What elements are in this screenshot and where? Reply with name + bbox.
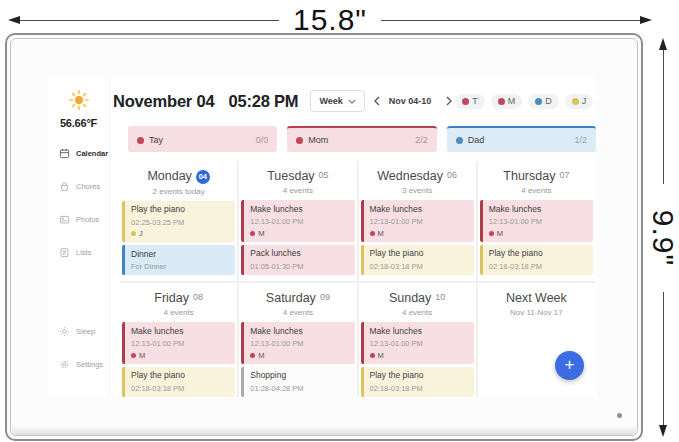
- person-dot-icon: [250, 353, 255, 358]
- day-column[interactable]: Friday084 eventsMake lunches12:13-01:00 …: [120, 283, 237, 397]
- event-title: Play the piano: [370, 248, 468, 259]
- day-events: Make lunches12:13-01:00 PMMPlay the pian…: [478, 200, 595, 281]
- event-card[interactable]: Make lunches12:13-01:00 PMM: [361, 200, 474, 242]
- person-dot-icon: [137, 137, 144, 144]
- person-chip[interactable]: M: [491, 94, 523, 109]
- event-card[interactable]: Play the piano02:18-03:18 PM: [361, 367, 474, 397]
- view-selector-label: Week: [319, 96, 342, 106]
- device-frame: 56.66°F CalendarChoresPhotosListsSleepSe…: [5, 33, 643, 441]
- day-number: 09: [320, 292, 330, 302]
- filter-name: Dad: [456, 135, 485, 145]
- add-event-button[interactable]: +: [555, 351, 584, 380]
- sun-icon: [68, 89, 90, 111]
- event-card[interactable]: Play the piano02:18-03:18 PM: [122, 367, 235, 397]
- day-subtitle: 4 events: [239, 186, 356, 195]
- day-name: Thursday07: [478, 169, 595, 183]
- event-title: Pack lunches: [250, 248, 348, 259]
- event-card[interactable]: DinnerFor Dinner: [122, 245, 235, 275]
- day-name: Saturday09: [239, 291, 356, 305]
- view-selector[interactable]: Week: [310, 90, 364, 112]
- filter-name: Mom: [296, 135, 328, 145]
- day-column[interactable]: Wednesday063 eventsMake lunches12:13-01:…: [359, 161, 476, 281]
- day-subtitle: Nov 11-Nov 17: [478, 308, 595, 317]
- day-number: 06: [447, 170, 457, 180]
- event-time: 01:05-01:30 PM: [250, 262, 348, 271]
- sidebar-item-photos[interactable]: Photos: [48, 203, 109, 236]
- event-card[interactable]: Shopping01:28-04:28 PM: [241, 367, 354, 397]
- day-header: Thursday074 events: [478, 161, 595, 200]
- event-person: M: [370, 229, 468, 238]
- prev-week-button[interactable]: [371, 94, 383, 108]
- event-person: M: [489, 229, 587, 238]
- next-week-column[interactable]: Next WeekNov 11-Nov 17: [478, 283, 595, 397]
- person-dot-icon: [489, 231, 494, 236]
- event-title: Play the piano: [131, 204, 229, 215]
- lists-icon: [59, 247, 70, 258]
- filter-chip-dad[interactable]: Dad1/2: [447, 126, 596, 152]
- person-dot-icon: [131, 353, 136, 358]
- filter-label: Tay: [149, 135, 163, 145]
- sidebar-item-settings[interactable]: Settings: [48, 348, 109, 381]
- current-time: 05:28 PM: [228, 92, 298, 111]
- event-person: M: [370, 351, 468, 360]
- day-column[interactable]: Saturday094 eventsMake lunches12:13-01:0…: [239, 283, 356, 397]
- sidebar-menu: CalendarChoresPhotosListsSleepSettings: [48, 137, 109, 381]
- event-person: M: [250, 229, 348, 238]
- sidebar-item-label: Lists: [76, 248, 91, 257]
- day-number: 05: [319, 170, 329, 180]
- day-header: Next WeekNov 11-Nov 17: [478, 283, 595, 322]
- event-time: 02:18-03:18 PM: [131, 384, 229, 393]
- day-column[interactable]: Sunday104 eventsMake lunches12:13-01:00 …: [359, 283, 476, 397]
- event-card[interactable]: Make lunches12:13-01:00 PMM: [361, 322, 474, 364]
- event-time: 12:13-01:00 PM: [370, 339, 468, 348]
- filter-name: Tay: [137, 135, 163, 145]
- filter-chip-mom[interactable]: Mom2/2: [287, 126, 436, 152]
- person-chip[interactable]: J: [565, 94, 594, 109]
- day-name-text: Wednesday: [377, 169, 443, 183]
- event-card[interactable]: Play the piano02:18-03:18 PM: [361, 245, 474, 275]
- event-card[interactable]: Make lunches12:13-01:00 PMM: [480, 200, 593, 242]
- person-dot-icon: [462, 98, 469, 105]
- week-range-label: Nov 04-10: [389, 96, 432, 106]
- event-time: 12:13-01:00 PM: [131, 339, 229, 348]
- chevron-left-icon: [374, 96, 380, 106]
- person-chip[interactable]: T: [455, 94, 485, 109]
- next-week-button[interactable]: [443, 94, 455, 108]
- person-dot-icon: [370, 353, 375, 358]
- day-number: 10: [435, 292, 445, 302]
- person-dot-icon: [370, 231, 375, 236]
- day-events: Make lunches12:13-01:00 PMMPack lunches0…: [239, 200, 356, 281]
- event-title: Make lunches: [131, 326, 229, 337]
- arrow-up-icon: [659, 38, 667, 50]
- event-time: 01:28-04:28 PM: [250, 384, 348, 393]
- day-subtitle: 4 events: [120, 308, 237, 317]
- event-card[interactable]: Make lunches12:13-01:00 PMM: [122, 322, 235, 364]
- sidebar-item-chores[interactable]: Chores: [48, 170, 109, 203]
- event-time: 12:13-01:00 PM: [250, 217, 348, 226]
- day-name-text: Monday: [147, 169, 191, 183]
- sidebar-item-lists[interactable]: Lists: [48, 236, 109, 269]
- calendar-row: Monday042 events todayPlay the piano02:2…: [120, 161, 595, 281]
- event-card[interactable]: Make lunches12:13-01:00 PMM: [241, 322, 354, 364]
- day-column[interactable]: Tuesday054 eventsMake lunches12:13-01:00…: [239, 161, 356, 281]
- event-card[interactable]: Make lunches12:13-01:00 PMM: [241, 200, 354, 242]
- day-column[interactable]: Thursday074 eventsMake lunches12:13-01:0…: [478, 161, 595, 281]
- event-card[interactable]: Play the piano02:25-03:25 PMJ: [122, 201, 235, 243]
- day-header: Monday042 events today: [120, 161, 237, 201]
- sidebar-item-sleep[interactable]: Sleep: [48, 315, 109, 348]
- day-subtitle: 3 events: [359, 186, 476, 195]
- arrow-left-icon: [8, 16, 20, 24]
- person-chip[interactable]: D: [528, 94, 559, 109]
- sidebar-item-calendar[interactable]: Calendar: [48, 137, 109, 170]
- day-name: Sunday10: [359, 291, 476, 305]
- event-title: Play the piano: [131, 370, 229, 381]
- day-column[interactable]: Monday042 events todayPlay the piano02:2…: [120, 161, 237, 281]
- person-initial: T: [472, 96, 478, 106]
- event-card[interactable]: Play the piano02:18-03:18 PM: [480, 245, 593, 275]
- day-header: Tuesday054 events: [239, 161, 356, 200]
- event-time: 02:25-03:25 PM: [131, 218, 229, 227]
- day-name-text: Friday: [154, 291, 189, 305]
- day-events: Make lunches12:13-01:00 PMMPlay the pian…: [359, 322, 476, 397]
- filter-chip-tay[interactable]: Tay0/0: [128, 126, 277, 152]
- event-card[interactable]: Pack lunches01:05-01:30 PM: [241, 245, 354, 275]
